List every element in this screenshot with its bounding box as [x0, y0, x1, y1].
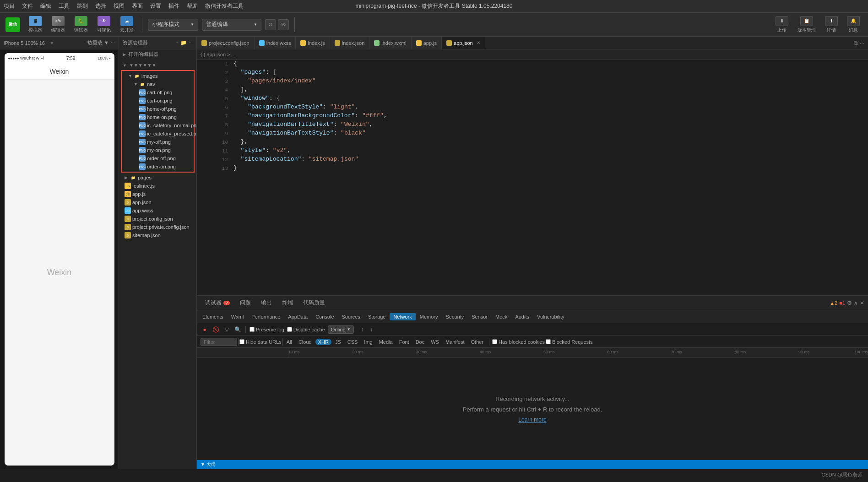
performance-tab[interactable]: Performance [248, 313, 284, 320]
filter-input[interactable] [201, 338, 237, 346]
menu-item-goto[interactable]: 跳到 [77, 2, 88, 10]
debug-btn[interactable]: 🐛 调试器 [71, 14, 91, 35]
network-tab[interactable]: Network [390, 313, 415, 320]
code-area[interactable]: 1 { 2 "pages": [ 3 "pages/index/index" 4… [197, 60, 868, 295]
tree-item-pages[interactable]: ▶ 📁 pages [119, 173, 196, 182]
tree-item-appwxss[interactable]: CSS app.wxss [119, 206, 196, 215]
tree-item-my-on[interactable]: PNG my-on.png [123, 146, 193, 154]
simulator-btn[interactable]: 📱 模拟器 [26, 14, 45, 35]
root-section[interactable]: ▼ ▼▼▼▼▼▼ [119, 61, 196, 69]
more-btn[interactable]: ··· [860, 40, 864, 46]
wxml-tab[interactable]: Wxml [228, 313, 248, 320]
tab-index-json[interactable]: index.json [330, 37, 370, 49]
filter-manifest[interactable]: Manifest [443, 338, 467, 346]
visual-btn[interactable]: 👁 可视化 [94, 14, 114, 35]
tree-item-appjs[interactable]: JS app.js [119, 190, 196, 198]
security-tab[interactable]: Security [442, 313, 467, 320]
new-folder-btn[interactable]: 📁 [180, 40, 187, 46]
filter-cloud[interactable]: Cloud [296, 338, 315, 346]
tree-item-nav[interactable]: ▼ 📁 nav [123, 80, 193, 88]
tree-item-eslintrc[interactable]: JS .eslintrc.js [119, 182, 196, 190]
memory-tab[interactable]: Memory [416, 313, 442, 320]
clear-log-btn[interactable]: 🚫 [212, 325, 220, 334]
tab-index-js[interactable]: index.js [296, 37, 330, 49]
mode-dropdown[interactable]: 小程序模式 ▼ [148, 19, 198, 31]
menu-item-interface[interactable]: 界面 [132, 2, 143, 10]
filter-font[interactable]: Font [396, 338, 412, 346]
quality-tab[interactable]: 代码质量 [298, 297, 330, 309]
preview-btn[interactable]: 👁 [278, 19, 289, 30]
open-editors-section[interactable]: ▶ 打开的编辑器 [119, 49, 196, 59]
notice-btn[interactable]: 🔔 消息 [844, 14, 863, 35]
filter-img[interactable]: Img [361, 338, 375, 346]
detail-btn[interactable]: ℹ 详情 [822, 14, 841, 35]
filter-ws[interactable]: WS [428, 338, 442, 346]
tree-item-home-on[interactable]: PNG home-on.png [123, 113, 193, 121]
menu-item-wechat[interactable]: 微信开发者工具 [205, 2, 244, 10]
vulnerability-tab[interactable]: Vulnerability [533, 313, 568, 320]
filter-media[interactable]: Media [376, 338, 396, 346]
filter-xhr[interactable]: XHR [315, 339, 331, 345]
tab-close-icon[interactable]: ✕ [477, 40, 480, 45]
import-btn[interactable]: ↑ [358, 325, 367, 334]
tree-item-cart-on[interactable]: PNG cart-on.png [123, 97, 193, 105]
tree-item-sitemap[interactable]: {} sitemap.json [119, 231, 196, 239]
close-devtools-btn[interactable]: ✕ [860, 300, 864, 306]
search-btn[interactable]: 🔍 [233, 325, 242, 334]
issues-tab[interactable]: 问题 [235, 297, 255, 309]
upload-btn[interactable]: ⬆ 上传 [773, 14, 791, 35]
filter-doc[interactable]: Doc [413, 338, 428, 346]
compile-dropdown[interactable]: 普通编译 ▼ [202, 19, 261, 31]
menu-item-help[interactable]: 帮助 [187, 2, 198, 10]
filter-other[interactable]: Other [468, 338, 487, 346]
appdata-tab[interactable]: AppData [284, 313, 311, 320]
menu-item-tools[interactable]: 工具 [59, 2, 70, 10]
tree-item-ic-pressed[interactable]: PNG ic_catefory_pressed.png [123, 130, 193, 138]
menu-item-view[interactable]: 视图 [114, 2, 125, 10]
menu-item-edit[interactable]: 编辑 [40, 2, 51, 10]
filter-css[interactable]: CSS [345, 338, 361, 346]
editor-btn[interactable]: </> 编辑器 [49, 14, 68, 35]
blocked-cookies-checkbox[interactable]: Has blocked cookies [492, 339, 545, 345]
preserve-log-input[interactable] [250, 327, 255, 332]
tree-item-project-private[interactable]: {} project.private.config.json [119, 223, 196, 231]
menu-item-file[interactable]: 文件 [22, 2, 33, 10]
debugger-tab[interactable]: 调试器 2 [201, 297, 234, 309]
hide-data-urls-checkbox[interactable]: Hide data URLs [239, 339, 282, 345]
refresh-btn[interactable]: ↺ [265, 19, 276, 30]
tree-item-order-off[interactable]: PNG order-off.png [123, 154, 193, 162]
tab-app-js[interactable]: app.js [412, 37, 442, 49]
filter-btn[interactable]: ▽ [222, 325, 231, 334]
settings-icon[interactable]: ⚙ [847, 300, 852, 306]
tree-item-my-off[interactable]: PNG my-off.png [123, 138, 193, 146]
version-btn[interactable]: 📋 版本管理 [795, 14, 819, 35]
terminal-tab[interactable]: 终端 [277, 297, 298, 309]
online-dropdown[interactable]: Online ▼ [328, 325, 354, 334]
sources-tab[interactable]: Sources [338, 313, 364, 320]
storage-tab[interactable]: Storage [364, 313, 390, 320]
console-tab[interactable]: Console [312, 313, 337, 320]
tree-item-appjson[interactable]: {} app.json [119, 198, 196, 206]
filter-all[interactable]: All [284, 338, 295, 346]
tab-index-wxml[interactable]: index.wxml [369, 37, 411, 49]
menu-item-settings[interactable]: 设置 [150, 2, 161, 10]
tree-item-ic-normal[interactable]: PNG ic_catefory_normal.png [123, 121, 193, 130]
menu-item-plugins[interactable]: 插件 [168, 2, 179, 10]
sim-extra[interactable]: ··· [111, 39, 115, 46]
disable-cache-checkbox[interactable]: Disable cache [287, 327, 325, 332]
export-btn[interactable]: ↓ [368, 325, 376, 334]
split-editor-btn[interactable]: ⧉ [854, 40, 858, 46]
menu-item-select[interactable]: 选择 [95, 2, 106, 10]
tree-item-images[interactable]: ▼ 📁 images [123, 72, 193, 80]
file-tree-more[interactable]: ··· [189, 40, 193, 46]
filter-js[interactable]: JS [332, 338, 344, 346]
cloud-btn[interactable]: ☁ 云开发 [117, 14, 136, 35]
sim-device-label[interactable]: iPhone 5 100% 16 [4, 40, 45, 46]
preserve-log-checkbox[interactable]: Preserve log [250, 327, 284, 332]
sensor-tab[interactable]: Sensor [468, 313, 491, 320]
mock-tab[interactable]: Mock [492, 313, 511, 320]
elements-tab[interactable]: Elements [199, 313, 227, 320]
disable-cache-input[interactable] [287, 327, 292, 332]
output-tab[interactable]: 输出 [256, 297, 277, 309]
tree-item-order-on[interactable]: PNG order-on.png [123, 162, 193, 171]
